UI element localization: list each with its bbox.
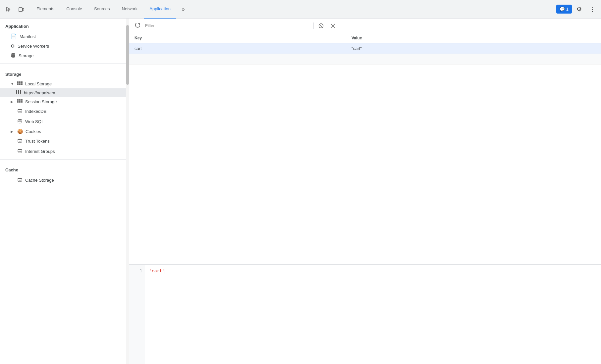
svg-rect-20 [21,101,23,103]
indexeddb-icon [17,108,23,114]
svg-rect-18 [17,101,19,103]
svg-rect-8 [21,83,23,85]
local-storage-icon [17,81,23,86]
websql-icon [17,118,23,125]
svg-rect-12 [16,92,17,94]
data-table-container: Key Value cart "cart" [129,33,601,265]
tab-application[interactable]: Application [144,0,176,19]
tab-network[interactable]: Network [117,0,143,19]
svg-rect-15 [17,99,19,101]
svg-rect-6 [17,83,19,85]
svg-rect-17 [21,99,23,101]
line-numbers: 1 [129,265,145,364]
filter-input[interactable] [145,23,311,28]
cell-key: cart [129,43,346,54]
table-row-empty [129,54,601,65]
filter-bar [129,19,601,33]
table-row[interactable]: cart "cart" [129,43,601,54]
trust-tokens-icon [17,138,23,144]
sidebar-item-cache-storage[interactable]: Cache Storage [0,175,129,185]
svg-point-24 [18,149,22,150]
select-element-icon[interactable] [3,3,15,15]
svg-rect-4 [19,81,21,83]
cookies-arrow: ▶ [11,130,15,133]
col-header-key: Key [129,33,346,43]
svg-point-21 [18,109,22,110]
device-toolbar-icon[interactable] [15,3,27,15]
sidebar-item-websql[interactable]: Web SQL [0,116,129,127]
service-workers-icon: ⚙ [11,43,15,49]
svg-point-25 [18,178,22,179]
svg-rect-16 [19,99,21,101]
tab-elements[interactable]: Elements [31,0,60,19]
svg-line-27 [320,25,322,27]
clear-filter-button[interactable] [316,21,326,30]
cell-value-empty [346,54,601,65]
cell-value: "cart" [346,43,601,54]
value-editor: 1 "cart" [129,265,601,364]
sidebar-scrollbar[interactable] [126,19,129,364]
col-header-value: Value [346,33,601,43]
session-storage-arrow: ▶ [11,100,15,104]
manifest-icon: 📄 [11,33,17,39]
content-area: Key Value cart "cart" [129,19,601,364]
svg-rect-14 [20,92,21,94]
sidebar-item-cookies[interactable]: ▶ 🍪 Cookies [0,127,129,136]
sidebar-divider-1 [0,64,129,64]
interest-groups-icon [17,148,23,155]
sidebar-item-service-workers[interactable]: ⚙ Service Workers [0,41,129,51]
refresh-button[interactable] [133,21,142,30]
line-number-1: 1 [129,268,145,274]
sidebar-item-session-storage[interactable]: ▶ Session Storage [0,97,129,106]
text-cursor [165,269,165,274]
sidebar-item-manifest[interactable]: 📄 Manifest [0,31,129,41]
devtools-topbar: Elements Console Sources Network Applica… [0,0,601,19]
session-storage-icon [17,99,23,104]
svg-rect-5 [21,81,23,83]
svg-rect-1 [23,8,24,11]
local-storage-arrow: ▼ [11,82,15,86]
cookies-icon: 🍪 [17,129,23,134]
tab-sources[interactable]: Sources [89,0,115,19]
section-storage-title: Storage [0,67,129,79]
svg-rect-7 [19,83,21,85]
svg-rect-0 [19,8,22,12]
notification-button[interactable]: 💬 1 [556,5,572,14]
svg-point-23 [18,139,22,140]
svg-point-22 [18,119,22,120]
sidebar-item-interest-groups[interactable]: Interest Groups [0,146,129,157]
tab-console[interactable]: Console [61,0,87,19]
sidebar-item-local-storage-url[interactable]: https://nepalwea [0,88,129,97]
sidebar-item-indexeddb[interactable]: IndexedDB [0,106,129,116]
close-filter-button[interactable] [328,21,338,30]
cell-key-empty [129,54,346,65]
svg-rect-19 [19,101,21,103]
sidebar-item-trust-tokens[interactable]: Trust Tokens [0,136,129,146]
topbar-left-icons [3,3,27,15]
cache-storage-icon [17,177,23,183]
local-storage-url-icon [16,90,21,95]
more-options-button[interactable]: ⋮ [586,3,598,15]
svg-rect-9 [16,90,17,92]
filter-divider [313,23,314,29]
svg-point-2 [11,53,15,55]
sidebar-item-local-storage[interactable]: ▼ Local Storage [0,79,129,88]
value-editor-text[interactable]: "cart" [145,265,601,364]
main-layout: Application 📄 Manifest ⚙ Service Workers… [0,19,601,364]
sidebar-divider-2 [0,159,129,159]
svg-rect-11 [20,90,21,92]
more-tabs-button[interactable]: » [177,3,189,15]
sidebar-item-storage[interactable]: Storage [0,51,129,61]
storage-table: Key Value cart "cart" [129,33,601,65]
sidebar: Application 📄 Manifest ⚙ Service Workers… [0,19,129,364]
section-cache-title: Cache [0,162,129,175]
storage-icon [11,53,16,59]
section-application-title: Application [0,19,129,31]
sidebar-scrollbar-thumb[interactable] [126,25,129,85]
settings-button[interactable]: ⚙ [573,3,585,15]
svg-rect-13 [18,92,19,94]
svg-rect-10 [18,90,19,92]
topbar-right: 💬 1 ⚙ ⋮ [556,3,598,15]
svg-rect-3 [17,81,19,83]
